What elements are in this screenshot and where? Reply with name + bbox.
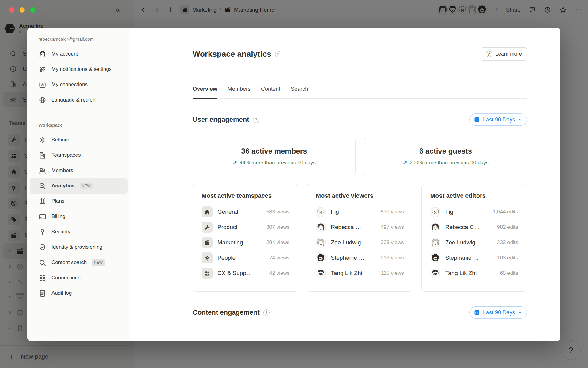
section-heading-user-engagement: User engagement [193, 116, 249, 124]
item-name: General [217, 209, 238, 215]
card-title: Most active editors [430, 192, 518, 199]
stat-value: 6 active guests [419, 147, 472, 155]
nav-item-label: My account [51, 51, 78, 57]
card-most-active-teamspaces: Most active teamspaces General583 views … [193, 184, 298, 292]
close-window-button[interactable] [9, 7, 14, 13]
card-title: Most active viewers [316, 192, 404, 199]
item-count: 497 views [381, 224, 404, 230]
house-icon [202, 206, 213, 217]
date-range-button[interactable]: Last 90 Days [469, 306, 527, 319]
item-name: Tang Lik Zhi [445, 270, 477, 277]
item-count: 103 edits [497, 255, 518, 261]
learn-more-button[interactable]: ? Learn more [481, 47, 527, 61]
item-name: Marketing [217, 239, 243, 246]
stat-value: 36 active members [241, 147, 307, 155]
list-item[interactable]: Stephanie …103 edits [430, 250, 518, 266]
list-item[interactable]: Zoe Ludwig309 views [316, 235, 404, 250]
settings-nav-billing[interactable]: Billing [27, 209, 130, 224]
settings-nav-members[interactable]: Members [27, 163, 130, 178]
settings-nav-analytics[interactable]: AnalyticsNEW [30, 178, 128, 194]
list-item[interactable]: Fig1,044 edits [430, 204, 518, 220]
item-name: Rebecca C… [445, 224, 480, 231]
new-badge: NEW [80, 183, 93, 189]
sliders-icon [38, 65, 47, 74]
settings-nav-security[interactable]: Security [27, 224, 130, 240]
nav-item-label: My connections [51, 82, 88, 88]
tab-overview[interactable]: Overview [193, 85, 217, 99]
settings-nav-settings[interactable]: Settings [27, 132, 130, 148]
list-item[interactable]: Marketing294 views [202, 235, 289, 250]
list-item[interactable]: People74 views [202, 250, 289, 266]
item-name: Stephanie … [445, 255, 479, 261]
settings-nav-my-connections[interactable]: My connections [27, 77, 130, 92]
search-icon [38, 259, 47, 267]
nav-item-label: Teamspaces [51, 152, 81, 158]
settings-nav-identity[interactable]: Identity & provisioning [27, 240, 130, 255]
list-item[interactable]: Rebecca C…982 edits [430, 220, 518, 235]
item-name: Stephanie … [331, 255, 364, 261]
item-count: 74 views [269, 255, 289, 261]
item-count: 307 views [266, 224, 290, 230]
settings-nav-plans[interactable]: Plans [27, 194, 130, 209]
item-name: Zoe Ludwig [331, 239, 361, 246]
avatar [430, 253, 440, 263]
item-name: Tang Lik Zhi [331, 270, 362, 277]
avatar [316, 268, 326, 278]
trend-up-icon: ↗ [402, 159, 407, 166]
scroll-icon [38, 289, 47, 297]
settings-nav-connections[interactable]: Connections [27, 270, 130, 286]
item-name: Fig [331, 209, 339, 215]
tab-content[interactable]: Content [261, 85, 280, 98]
user-avatar [38, 50, 47, 58]
avatar [316, 238, 326, 248]
stat-delta: 44% more than previous 90 days [239, 160, 316, 166]
new-badge: NEW [92, 259, 105, 266]
zoom-window-button[interactable] [30, 7, 35, 13]
globe-icon [38, 96, 47, 104]
list-item[interactable]: Zoe Ludwig233 edits [430, 235, 518, 250]
item-name: Rebecca … [331, 224, 361, 231]
clapperboard-icon [202, 237, 213, 248]
item-count: 115 views [381, 270, 404, 276]
item-count: 579 views [381, 209, 404, 215]
settings-nav-my-account[interactable]: My account [27, 46, 130, 62]
list-item[interactable]: Stephanie …213 views [316, 250, 404, 266]
list-item[interactable]: General583 views [202, 204, 289, 220]
tab-members[interactable]: Members [228, 85, 251, 98]
item-name: People [217, 255, 236, 261]
settings-nav-audit-log[interactable]: Audit log [27, 286, 130, 301]
analytics-content: Workspace analytics ? ? Learn more Overv… [130, 28, 560, 341]
item-count: 583 views [266, 209, 290, 215]
avatar [430, 222, 440, 232]
settings-nav-language[interactable]: Language & region [27, 92, 130, 108]
list-item[interactable]: Product307 views [202, 220, 289, 235]
minimize-window-button[interactable] [20, 7, 25, 13]
dog-avatar [430, 207, 440, 217]
gear-icon [38, 136, 47, 144]
date-range-button[interactable]: Last 90 Days [469, 113, 527, 126]
card-most-active-editors: Most active editors Fig1,044 edits Rebec… [421, 184, 527, 292]
list-item[interactable]: Fig579 views [316, 204, 404, 220]
settings-nav-teamspaces[interactable]: Teamspaces [27, 148, 130, 163]
item-count: 309 views [381, 240, 404, 246]
list-item[interactable]: Tang Lik Zhi65 edits [430, 266, 518, 281]
help-circle-icon[interactable]: ? [253, 117, 259, 123]
calendar-icon [473, 309, 480, 316]
settings-nav-content-search[interactable]: Content searchNEW [27, 255, 130, 270]
settings-nav-notifications[interactable]: My notifications & settings [27, 62, 130, 77]
tab-search[interactable]: Search [291, 85, 308, 98]
avatar [316, 222, 326, 232]
analytics-tabs: Overview Members Content Search [193, 85, 527, 99]
settings-modal: rebeccamcakir@gmail.com My account My no… [27, 28, 560, 341]
list-item[interactable]: Rebecca …497 views [316, 220, 404, 235]
list-item[interactable]: CX & Supp…42 views [202, 266, 289, 281]
account-email: rebeccamcakir@gmail.com [27, 36, 130, 43]
trend-up-icon: ↗ [232, 159, 237, 166]
learn-more-label: Learn more [495, 51, 522, 57]
stat-card-active-members: 36 active members ↗44% more than previou… [193, 138, 356, 175]
partial-card [307, 331, 527, 341]
help-circle-icon[interactable]: ? [275, 51, 281, 57]
stat-delta: 200% more than previous 90 days [410, 160, 489, 166]
list-item[interactable]: Tang Lik Zhi115 views [316, 266, 404, 281]
help-circle-icon[interactable]: ? [263, 309, 270, 316]
